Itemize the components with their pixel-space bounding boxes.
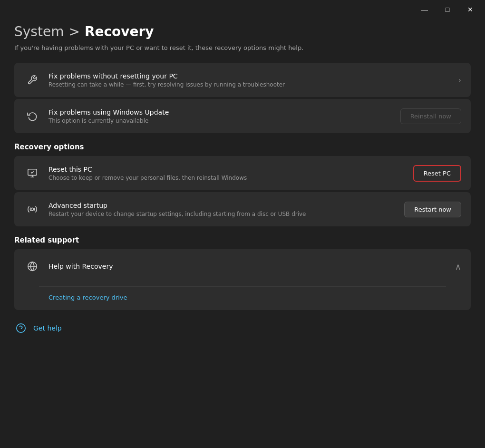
get-help-label: Get help xyxy=(33,324,62,332)
fix-problems-chevron: › xyxy=(458,76,461,85)
page-title: Recovery xyxy=(85,24,154,39)
title-bar: — □ ✕ xyxy=(0,0,485,19)
reset-pc-action: Reset PC xyxy=(413,165,461,182)
fix-problems-text: Fix problems without resetting your PC R… xyxy=(48,72,451,88)
chevron-up-icon: ∧ xyxy=(455,262,461,272)
advanced-startup-text: Advanced startup Restart your device to … xyxy=(48,202,397,217)
reset-icon xyxy=(24,165,41,182)
wrench-icon xyxy=(24,71,41,88)
get-help-row[interactable]: Get help xyxy=(14,321,471,335)
reset-pc-text: Reset this PC Choose to keep or remove y… xyxy=(48,166,406,181)
reinstall-button[interactable]: Reinstall now xyxy=(400,108,461,124)
windows-update-desc: This option is currently unavailable xyxy=(48,117,393,124)
get-help-icon xyxy=(14,321,28,335)
help-with-recovery-label: Help with Recovery xyxy=(48,263,447,270)
windows-update-card: Fix problems using Windows Update This o… xyxy=(14,99,471,133)
page-subtitle: If you're having problems with your PC o… xyxy=(14,44,471,51)
fix-problems-title: Fix problems without resetting your PC xyxy=(48,72,451,80)
svg-point-1 xyxy=(31,208,34,211)
breadcrumb-separator: > xyxy=(68,24,79,39)
reset-pc-desc: Choose to keep or remove your personal f… xyxy=(48,175,406,181)
refresh-icon xyxy=(24,107,41,125)
related-support-heading: Related support xyxy=(14,236,471,244)
help-with-recovery-header[interactable]: Help with Recovery ∧ xyxy=(24,258,461,275)
recovery-options-heading: Recovery options xyxy=(14,143,471,151)
maximize-button[interactable]: □ xyxy=(436,2,458,17)
divider xyxy=(39,286,446,287)
breadcrumb: System > Recovery xyxy=(14,24,471,39)
reset-pc-card: Reset this PC Choose to keep or remove y… xyxy=(14,156,471,190)
fix-problems-desc: Resetting can take a while — first, try … xyxy=(48,81,451,88)
fix-problems-card[interactable]: Fix problems without resetting your PC R… xyxy=(14,63,471,97)
windows-update-text: Fix problems using Windows Update This o… xyxy=(48,108,393,124)
reset-pc-title: Reset this PC xyxy=(48,166,406,173)
advanced-startup-desc: Restart your device to change startup se… xyxy=(48,211,397,217)
reset-pc-button[interactable]: Reset PC xyxy=(413,165,461,182)
creating-recovery-drive-link[interactable]: Creating a recovery drive xyxy=(48,294,127,301)
breadcrumb-system: System xyxy=(14,24,64,39)
minimize-button[interactable]: — xyxy=(414,2,436,17)
main-content: System > Recovery If you're having probl… xyxy=(0,19,485,349)
close-button[interactable]: ✕ xyxy=(459,2,481,17)
windows-update-title: Fix problems using Windows Update xyxy=(48,108,393,116)
help-with-recovery-body: Creating a recovery drive xyxy=(24,275,461,302)
reinstall-action: Reinstall now xyxy=(400,108,461,124)
advanced-startup-card: Advanced startup Restart your device to … xyxy=(14,192,471,226)
svg-point-4 xyxy=(17,324,25,332)
restart-now-action: Restart now xyxy=(404,202,461,217)
restart-now-button[interactable]: Restart now xyxy=(404,202,461,217)
globe-icon xyxy=(24,258,41,275)
advanced-startup-icon xyxy=(24,201,41,218)
advanced-startup-title: Advanced startup xyxy=(48,202,397,209)
help-with-recovery-card: Help with Recovery ∧ Creating a recovery… xyxy=(14,249,471,310)
